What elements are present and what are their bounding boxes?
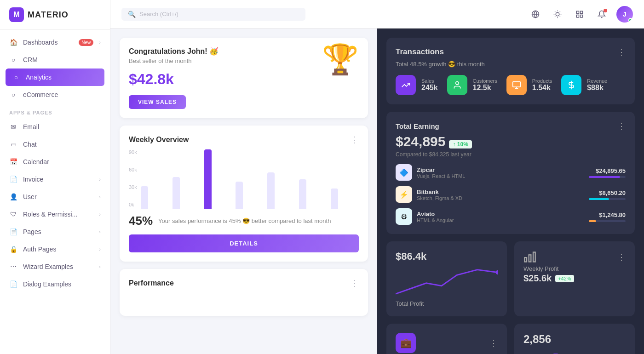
earning-item-bitbank: ⚡ Bitbank Sketch, Figma & XD $8,650.20 bbox=[396, 186, 626, 203]
avatar[interactable]: J bbox=[616, 6, 633, 23]
stat-revenue: Revenue $88k bbox=[561, 75, 607, 95]
sidebar-item-wizard[interactable]: ⋯ Wizard Examples › bbox=[0, 258, 110, 275]
bar-light bbox=[331, 188, 338, 209]
chart-label-60k: 60k bbox=[129, 167, 137, 172]
shield-icon: 🛡 bbox=[9, 210, 17, 218]
sidebar-item-dashboards[interactable]: 🏠 Dashboards New › bbox=[0, 34, 110, 51]
earning-title: Total Earning bbox=[396, 122, 439, 130]
svg-rect-11 bbox=[576, 15, 579, 17]
weekly-profit-label: Weekly Profit bbox=[523, 265, 626, 272]
translate-icon[interactable] bbox=[528, 7, 543, 22]
project-icon: 💼 bbox=[396, 333, 416, 353]
svg-line-3 bbox=[555, 11, 555, 12]
big-number: 2,856 bbox=[523, 333, 626, 346]
logo-text: MATERIO bbox=[28, 10, 69, 20]
profit-label: Total Profit bbox=[396, 300, 498, 307]
notification-dot bbox=[604, 9, 607, 12]
total-earning-card: Total Earning ⋮ $24,895 ↑ 10% Compared t… bbox=[386, 112, 635, 234]
bar-group-5 bbox=[267, 172, 295, 209]
chevron-icon: › bbox=[99, 246, 101, 252]
svg-line-7 bbox=[555, 16, 555, 17]
sidebar-item-user[interactable]: 👤 User › bbox=[0, 188, 110, 206]
bar-group-2 bbox=[172, 177, 201, 209]
content-right: Transactions ⋮ Total 48.5% growth 😎 this… bbox=[377, 29, 644, 354]
sidebar-item-ecommerce[interactable]: ○ eCommerce bbox=[0, 86, 110, 103]
sidebar-item-chat[interactable]: ▭ Chat bbox=[0, 136, 110, 153]
ecommerce-icon: ○ bbox=[9, 91, 17, 99]
revenue-icon-box bbox=[561, 75, 581, 95]
weekly-profit-amount: $25.6k bbox=[523, 273, 552, 284]
online-status-dot bbox=[628, 18, 633, 23]
project-menu[interactable]: ⋮ bbox=[489, 338, 498, 348]
svg-rect-14 bbox=[512, 82, 520, 87]
sidebar-item-pages[interactable]: 📄 Pages › bbox=[0, 223, 110, 240]
products-icon-box bbox=[506, 75, 527, 95]
top-row: Congratulations John! 🥳 Best seller of t… bbox=[120, 38, 368, 118]
weekly-profit-card: ⋮ Weekly Profit $25.6k +42% bbox=[514, 241, 635, 316]
transactions-menu-dots[interactable]: ⋮ bbox=[617, 47, 626, 57]
zipcar-sub: Vuejs, React & HTML bbox=[417, 173, 584, 179]
chart-label-90k: 90k bbox=[129, 149, 137, 155]
transactions-subtitle: Total 48.5% growth 😎 this month bbox=[396, 61, 626, 68]
customers-icon-box bbox=[447, 75, 467, 95]
sun-icon[interactable] bbox=[550, 7, 565, 22]
view-sales-button[interactable]: VIEW SALES bbox=[129, 95, 186, 109]
sidebar-item-roles[interactable]: 🛡 Roles & Permissi... › bbox=[0, 206, 110, 223]
svg-point-0 bbox=[556, 12, 559, 16]
chevron-icon: › bbox=[99, 229, 101, 234]
bar-light bbox=[267, 172, 275, 209]
analytics-icon: ○ bbox=[12, 73, 20, 81]
header-icons: J bbox=[528, 6, 633, 23]
earning-menu-dots[interactable]: ⋮ bbox=[617, 121, 626, 131]
pages-icon: 📄 bbox=[9, 228, 17, 236]
email-icon: ✉ bbox=[9, 123, 17, 131]
home-icon: 🏠 bbox=[9, 38, 17, 46]
sidebar-item-email[interactable]: ✉ Email bbox=[0, 118, 110, 136]
header: 🔍 Search (Ctrl+/) J bbox=[110, 0, 644, 29]
weekly-profit-menu[interactable]: ⋮ bbox=[617, 252, 626, 262]
performance-title: Performance bbox=[129, 279, 174, 287]
svg-line-4 bbox=[560, 16, 560, 17]
aviato-sub: HTML & Angular bbox=[417, 217, 584, 223]
details-button[interactable]: DETAILS bbox=[129, 234, 359, 252]
zipcar-name: Zipcar bbox=[417, 166, 584, 173]
bar-chart-icon bbox=[523, 251, 536, 263]
svg-rect-20 bbox=[529, 255, 531, 262]
count-card: 2,856 bbox=[514, 324, 635, 354]
search-bar[interactable]: 🔍 Search (Ctrl+/) bbox=[121, 8, 305, 21]
bell-icon[interactable] bbox=[594, 7, 609, 22]
weekly-title: Weekly Overview bbox=[129, 136, 189, 144]
sidebar: M MATERIO 🏠 Dashboards New › ○ CRM ○ Ana… bbox=[0, 0, 110, 354]
sidebar-item-crm[interactable]: ○ CRM bbox=[0, 51, 110, 69]
profit-amount: $86.4k bbox=[396, 251, 426, 263]
bitbank-sub: Sketch, Figma & XD bbox=[417, 195, 584, 201]
chevron-icon: › bbox=[99, 211, 101, 217]
aviato-progress bbox=[589, 220, 596, 222]
weekly-menu-dots[interactable]: ⋮ bbox=[351, 135, 359, 145]
zipcar-amount: $24,895.65 bbox=[589, 167, 626, 174]
svg-point-18 bbox=[496, 270, 498, 274]
chart-label-30k: 30k bbox=[129, 184, 137, 190]
grid-icon[interactable] bbox=[572, 7, 587, 22]
bar-light bbox=[236, 182, 243, 209]
products-stat: Products 1.54k bbox=[532, 78, 552, 92]
search-icon: 🔍 bbox=[128, 11, 136, 18]
sidebar-item-analytics[interactable]: ○ Analytics bbox=[6, 69, 104, 86]
performance-menu-dots[interactable]: ⋮ bbox=[351, 278, 359, 288]
project-row: 💼 ⋮ New Project 862 -18% Ye... 2,856 bbox=[386, 324, 635, 354]
sidebar-item-calendar[interactable]: 📅 Calendar bbox=[0, 153, 110, 171]
search-placeholder: Search (Ctrl+/) bbox=[139, 11, 178, 17]
sidebar-item-dialog[interactable]: 📄 Dialog Examples bbox=[0, 275, 110, 293]
earning-row: Total Earning ⋮ $24,895 ↑ 10% Compared t… bbox=[386, 112, 635, 234]
svg-rect-12 bbox=[581, 15, 583, 17]
weekly-profit-growth: +42% bbox=[555, 275, 574, 282]
stat-products: Products 1.54k bbox=[506, 75, 552, 95]
bitbank-icon: ⚡ bbox=[396, 186, 412, 203]
bar-purple bbox=[204, 149, 212, 209]
content: Congratulations John! 🥳 Best seller of t… bbox=[110, 29, 644, 354]
weekly-description: Your sales performance is 45% 😎 better c… bbox=[158, 217, 331, 224]
chart-label-0k: 0k bbox=[129, 202, 137, 207]
sidebar-item-auth[interactable]: 🔒 Auth Pages › bbox=[0, 240, 110, 258]
earning-item-aviato: ⚙ Aviato HTML & Angular $1,245.80 bbox=[396, 208, 626, 225]
sidebar-item-invoice[interactable]: 📄 Invoice › bbox=[0, 171, 110, 188]
